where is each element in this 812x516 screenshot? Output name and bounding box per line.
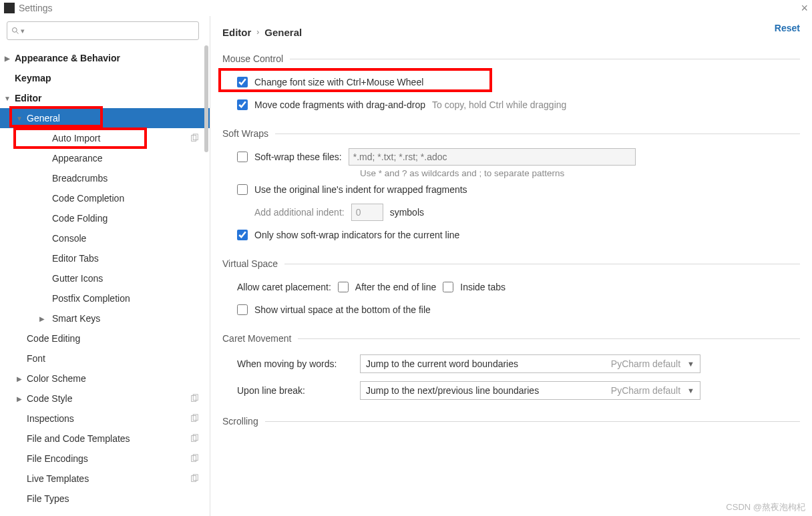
sidebar-item-console[interactable]: Console <box>0 228 210 248</box>
checkbox-change-font-size[interactable] <box>237 77 248 87</box>
checkbox-softwrap-indicators[interactable] <box>237 230 248 240</box>
sidebar-item-label: Editor Tabs <box>52 253 99 264</box>
group-legend: Caret Movement <box>222 333 298 344</box>
label-after-eol: After the end of line <box>355 282 436 292</box>
sidebar-item-label: Live Templates <box>27 473 89 484</box>
search-icon <box>11 27 19 35</box>
select-value: Jump to the next/previous line boundarie… <box>366 385 611 396</box>
chevron-right-icon: ▶ <box>39 315 45 322</box>
sidebar-item-code-completion[interactable]: Code Completion <box>0 188 210 208</box>
select-suffix: PyCharm default <box>611 358 687 369</box>
select-moving-by-words[interactable]: Jump to the current word boundaries PyCh… <box>360 354 700 373</box>
label-allow-caret: Allow caret placement: <box>237 282 331 292</box>
sidebar-item-general[interactable]: ▼General <box>0 108 210 128</box>
sidebar-item-font[interactable]: Font <box>0 348 210 368</box>
sidebar-item-file-and-code-templates[interactable]: File and Code Templates <box>0 429 210 449</box>
group-virtual-space: Virtual Space Allow caret placement: Aft… <box>222 258 800 321</box>
sidebar-item-auto-import[interactable]: Auto Import <box>0 128 210 148</box>
sidebar-item-label: Keymap <box>15 73 51 83</box>
sidebar-item-label: Auto Import <box>52 133 100 144</box>
sidebar-item-editor[interactable]: ▼Editor <box>0 88 210 108</box>
sidebar-item-file-encodings[interactable]: File Encodings <box>0 449 210 469</box>
chevron-right-icon: ▶ <box>16 395 23 403</box>
chevron-right-icon: ▶ <box>16 375 23 382</box>
group-legend: Virtual Space <box>222 258 284 269</box>
sidebar-item-label: Code Completion <box>52 193 124 204</box>
chevron-right-icon: ▶ <box>4 55 11 62</box>
sidebar-item-label: Breadcrumbs <box>52 173 108 184</box>
group-legend: Soft Wraps <box>222 128 275 139</box>
copy-icon <box>190 414 199 423</box>
sidebar-item-gutter-icons[interactable]: Gutter Icons <box>0 268 210 288</box>
checkbox-inside-tabs[interactable] <box>443 282 453 292</box>
label-indent-unit: symbols <box>390 207 424 218</box>
checkbox-after-eol[interactable] <box>338 282 349 292</box>
checkbox-softwrap-files[interactable] <box>237 152 248 162</box>
sidebar-item-label: File Encodings <box>27 453 88 464</box>
sidebar-item-label: Code Style <box>27 393 72 404</box>
group-legend: Mouse Control <box>222 53 290 64</box>
input-additional-indent[interactable] <box>351 204 383 221</box>
sidebar-item-label: Editor <box>15 93 41 103</box>
checkbox-original-indent[interactable] <box>237 184 248 195</box>
sidebar-item-file-types[interactable]: File Types <box>0 489 210 509</box>
chevron-right-icon: › <box>256 27 259 37</box>
label-original-indent: Use the original line's indent for wrapp… <box>254 184 467 195</box>
breadcrumb-seg-2: General <box>264 27 302 38</box>
checkbox-drag-drop[interactable] <box>237 99 248 110</box>
sidebar-item-label: File Types <box>27 493 69 504</box>
sidebar-item-postfix-completion[interactable]: Postfix Completion <box>0 288 210 308</box>
sidebar-item-appearance[interactable]: Appearance <box>0 148 210 168</box>
watermark: CSDN @熬夜泡枸杞 <box>726 501 805 513</box>
sidebar-scrollbar[interactable] <box>204 45 208 513</box>
svg-line-1 <box>17 32 19 34</box>
window-titlebar: Settings × <box>0 0 812 16</box>
sidebar-item-code-folding[interactable]: Code Folding <box>0 208 210 228</box>
label-upon-line-break: Upon line break: <box>237 385 351 396</box>
label-change-font-size: Change font size with Ctrl+Mouse Wheel <box>254 77 423 87</box>
copy-icon <box>190 454 199 463</box>
label-drag-drop: Move code fragments with drag-and-drop <box>254 99 425 110</box>
settings-sidebar: ▾ ▶Appearance & BehaviorKeymap▼Editor▼Ge… <box>0 16 210 516</box>
sidebar-item-breadcrumbs[interactable]: Breadcrumbs <box>0 168 210 188</box>
sidebar-item-label: Inspections <box>27 413 74 424</box>
sidebar-item-label: General <box>27 113 60 123</box>
sidebar-item-editor-tabs[interactable]: Editor Tabs <box>0 248 210 268</box>
sidebar-item-code-style[interactable]: ▶Code Style <box>0 389 210 409</box>
sidebar-item-label: Gutter Icons <box>52 273 103 284</box>
search-input[interactable]: ▾ <box>7 21 199 40</box>
input-softwrap-patterns[interactable] <box>349 148 636 166</box>
settings-content: Editor › General Reset Mouse Control Cha… <box>210 16 812 516</box>
sidebar-item-label: Postfix Completion <box>52 293 130 304</box>
sidebar-item-label: Smart Keys <box>52 313 100 324</box>
hint-drag-drop: To copy, hold Ctrl while dragging <box>432 99 566 110</box>
chevron-down-icon: ▼ <box>4 95 11 102</box>
sidebar-item-color-scheme[interactable]: ▶Color Scheme <box>0 368 210 389</box>
label-softwrap-files: Soft-wrap these files: <box>254 152 342 162</box>
sidebar-item-live-templates[interactable]: Live Templates <box>0 469 210 489</box>
sidebar-item-code-editing[interactable]: Code Editing <box>0 328 210 348</box>
select-suffix: PyCharm default <box>611 385 687 396</box>
checkbox-virtual-bottom[interactable] <box>237 304 248 315</box>
group-scrolling: Scrolling <box>222 416 800 433</box>
group-caret-movement: Caret Movement When moving by words: Jum… <box>222 333 800 404</box>
copy-icon <box>190 434 199 443</box>
select-upon-line-break[interactable]: Jump to the next/previous line boundarie… <box>360 381 700 400</box>
chevron-down-icon: ▼ <box>687 360 694 368</box>
close-icon[interactable]: × <box>801 1 808 15</box>
sidebar-item-label: Appearance & Behavior <box>15 53 120 63</box>
sidebar-item-appearance-behavior[interactable]: ▶Appearance & Behavior <box>0 48 210 68</box>
breadcrumb-seg-1: Editor <box>222 27 251 38</box>
sidebar-item-inspections[interactable]: Inspections <box>0 409 210 429</box>
sidebar-item-keymap[interactable]: Keymap <box>0 68 210 88</box>
sidebar-item-smart-keys[interactable]: ▶Smart Keys <box>0 308 210 328</box>
sidebar-item-label: Code Folding <box>52 213 108 224</box>
app-icon <box>4 3 15 13</box>
reset-button[interactable]: Reset <box>775 23 800 33</box>
label-softwrap-indicators: Only show soft-wrap indicators for the c… <box>254 230 459 240</box>
group-legend: Scrolling <box>222 416 265 427</box>
chevron-down-icon: ▼ <box>16 115 23 122</box>
sidebar-item-label: File and Code Templates <box>27 433 130 444</box>
select-value: Jump to the current word boundaries <box>366 358 611 369</box>
group-soft-wraps: Soft Wraps Soft-wrap these files: Use * … <box>222 128 800 246</box>
